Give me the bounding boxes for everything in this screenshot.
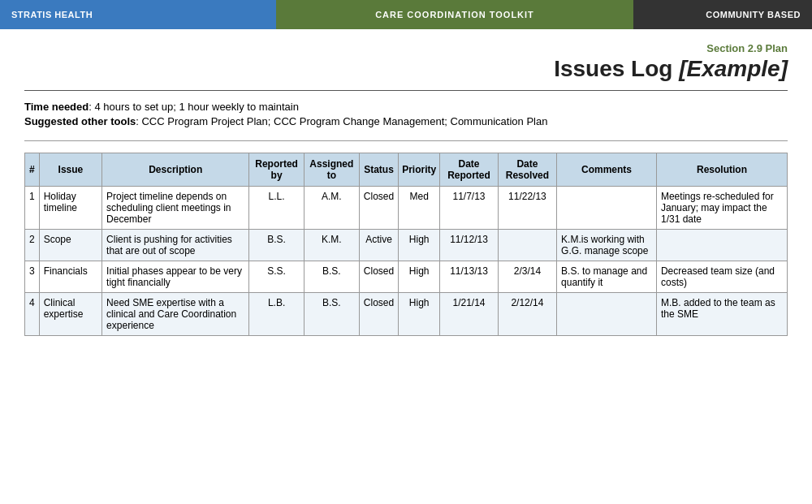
info-line2: Suggested other tools: CCC Program Proje…	[24, 115, 788, 127]
header-right: COMMUNITY BASED	[633, 0, 812, 29]
table-cell: Clinical expertise	[39, 293, 102, 336]
table-row: 2ScopeClient is pushing for activities t…	[25, 230, 788, 261]
col-header-description: Description	[102, 153, 249, 187]
table-cell: Scope	[39, 230, 102, 261]
table-cell: 4	[25, 293, 40, 336]
issues-table: # Issue Description Reported by Assigned…	[24, 153, 788, 336]
table-cell: K.M.	[304, 230, 359, 261]
col-header-date-reported: Date Reported	[440, 153, 499, 187]
table-cell: Financials	[39, 261, 102, 293]
table-cell: Med	[399, 187, 440, 230]
table-cell: 11/22/13	[498, 187, 556, 230]
header-right-label: COMMUNITY BASED	[706, 10, 801, 19]
table-cell: High	[399, 230, 440, 261]
table-cell: S.S.	[249, 261, 304, 293]
table-cell: Active	[359, 230, 398, 261]
table-cell: Meetings re-scheduled for January; may i…	[656, 187, 787, 230]
table-cell: Closed	[359, 187, 398, 230]
table-cell: 11/12/13	[440, 230, 499, 261]
table-cell	[498, 230, 556, 261]
col-header-reported-by: Reported by	[249, 153, 304, 187]
table-cell: 2/12/14	[498, 293, 556, 336]
info-block: Time needed: 4 hours to set up; 1 hour w…	[24, 101, 788, 127]
table-cell: Need SME expertise with a clinical and C…	[102, 293, 249, 336]
header-left: STRATIS HEALTH	[0, 0, 276, 29]
col-header-date-resolved: Date Resolved	[498, 153, 556, 187]
header-center: CARE COORDINATION TOOLKIT	[276, 0, 633, 29]
col-header-num: #	[25, 153, 40, 187]
table-cell: 11/7/13	[440, 187, 499, 230]
table-cell: 1	[25, 187, 40, 230]
table-header-row: # Issue Description Reported by Assigned…	[25, 153, 788, 187]
table-cell: Closed	[359, 293, 398, 336]
table-cell	[557, 187, 657, 230]
info-line1-bold: Time needed	[24, 101, 89, 113]
title-divider	[24, 90, 788, 91]
table-cell: A.M.	[304, 187, 359, 230]
table-cell: Project timeline depends on scheduling c…	[102, 187, 249, 230]
table-cell: 11/13/13	[440, 261, 499, 293]
info-line2-bold: Suggested other tools	[24, 115, 136, 127]
table-cell: 2	[25, 230, 40, 261]
section-label: Section 2.9 Plan	[24, 42, 788, 54]
table-cell: 3	[25, 261, 40, 293]
page-title: Issues Log [Example]	[24, 56, 788, 82]
info-line2-rest: : CCC Program Project Plan; CCC Program …	[136, 115, 547, 127]
col-header-resolution: Resolution	[656, 153, 787, 187]
table-row: 4Clinical expertiseNeed SME expertise wi…	[25, 293, 788, 336]
col-header-issue: Issue	[39, 153, 102, 187]
table-cell: B.S.	[249, 230, 304, 261]
table-cell: Holiday timeline	[39, 187, 102, 230]
table-cell: B.S. to manage and quantify it	[557, 261, 657, 293]
header-center-label: CARE COORDINATION TOOLKIT	[375, 10, 534, 19]
table-cell: 2/3/14	[498, 261, 556, 293]
header-left-label: STRATIS HEALTH	[11, 10, 93, 19]
col-header-assigned-to: Assigned to	[304, 153, 359, 187]
table-cell: 1/21/14	[440, 293, 499, 336]
table-row: 1Holiday timelineProject timeline depend…	[25, 187, 788, 230]
table-cell: High	[399, 261, 440, 293]
table-cell: K.M.is working with G.G. manage scope	[557, 230, 657, 261]
table-cell: Decreased team size (and costs)	[656, 261, 787, 293]
header: STRATIS HEALTH CARE COORDINATION TOOLKIT…	[0, 0, 812, 29]
table-cell	[656, 230, 787, 261]
table-cell: Initial phases appear to be very tight f…	[102, 261, 249, 293]
col-header-status: Status	[359, 153, 398, 187]
info-line1: Time needed: 4 hours to set up; 1 hour w…	[24, 101, 788, 113]
table-cell: Client is pushing for activities that ar…	[102, 230, 249, 261]
table-cell: Closed	[359, 261, 398, 293]
table-cell: L.B.	[249, 293, 304, 336]
table-cell	[557, 293, 657, 336]
table-cell: L.L.	[249, 187, 304, 230]
content-area: Section 2.9 Plan Issues Log [Example] Ti…	[0, 29, 812, 352]
table-row: 3FinancialsInitial phases appear to be v…	[25, 261, 788, 293]
info-divider	[24, 140, 788, 141]
page-title-italic: [Example]	[679, 56, 788, 81]
table-cell: M.B. added to the team as the SME	[656, 293, 787, 336]
page-title-text: Issues Log	[554, 56, 679, 81]
col-header-comments: Comments	[557, 153, 657, 187]
table-cell: B.S.	[304, 293, 359, 336]
info-line1-rest: : 4 hours to set up; 1 hour weekly to ma…	[89, 101, 299, 113]
table-cell: High	[399, 293, 440, 336]
col-header-priority: Priority	[399, 153, 440, 187]
table-cell: B.S.	[304, 261, 359, 293]
